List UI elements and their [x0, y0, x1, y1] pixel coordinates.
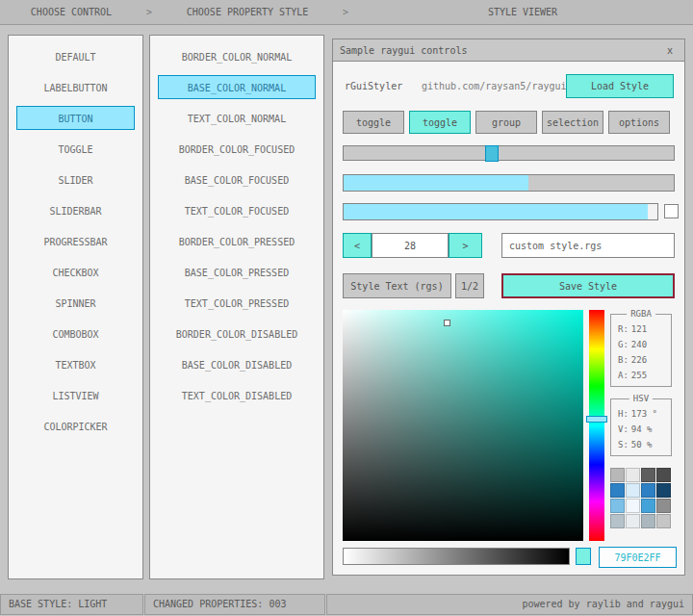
control-list-item-selected[interactable]: BUTTON: [16, 106, 135, 130]
sample-sliderbar[interactable]: [343, 203, 658, 220]
palette-swatch[interactable]: [641, 483, 655, 498]
toggle-button[interactable]: options: [608, 111, 670, 134]
rgba-title: RGBA: [627, 309, 655, 319]
window-title-bar[interactable]: Sample raygui controls x: [333, 39, 684, 62]
status-powered-by: powered by raylib and raygui: [326, 594, 693, 615]
property-list-item[interactable]: TEXT_COLOR_NORMAL: [158, 106, 316, 130]
v-value: 94 %: [631, 424, 653, 434]
property-list-item[interactable]: BASE_COLOR_DISABLED: [158, 352, 316, 376]
palette-swatch[interactable]: [626, 514, 640, 528]
property-list-item-selected[interactable]: BASE_COLOR_NORMAL: [158, 75, 316, 99]
property-list-item[interactable]: BORDER_COLOR_FOCUSED: [158, 137, 316, 161]
property-list-item[interactable]: TEXT_COLOR_FOCUSED: [158, 198, 316, 222]
b-value: 226: [631, 355, 647, 365]
palette-swatch[interactable]: [610, 483, 625, 498]
app-name-label: rGuiStyler: [345, 81, 402, 91]
control-list-item[interactable]: PROGRESSBAR: [16, 229, 135, 253]
property-list-item[interactable]: BORDER_COLOR_DISABLED: [158, 321, 316, 346]
toggle-button[interactable]: group: [475, 111, 537, 134]
s-label: S:: [618, 440, 629, 449]
control-list-item[interactable]: DEFAULT: [16, 44, 135, 68]
spinner-decrement-button[interactable]: <: [343, 233, 372, 258]
g-label: G:: [618, 340, 629, 349]
save-style-button[interactable]: Save Style: [501, 273, 675, 298]
control-list-item[interactable]: SLIDER: [16, 167, 135, 192]
palette-swatch[interactable]: [626, 499, 640, 513]
hex-color-input[interactable]: 79F0E2FF: [599, 547, 677, 568]
style-palette: [610, 468, 674, 528]
r-label: R:: [618, 324, 629, 334]
spinner-increment-button[interactable]: >: [449, 233, 482, 258]
b-label: B:: [618, 355, 629, 365]
hsv-groupbox: HSV H: 173 ° V: 94 % S: 50 %: [610, 398, 672, 456]
slider-handle[interactable]: [485, 145, 499, 162]
control-list-item[interactable]: TEXTBOX: [16, 352, 135, 376]
load-style-button[interactable]: Load Style: [566, 74, 674, 98]
top-toolbar: CHOOSE CONTROL > CHOOSE PROPERTY STYLE >…: [0, 0, 693, 25]
h-label: H:: [618, 409, 629, 419]
hsv-row: H: 173 °: [611, 406, 671, 422]
toggle-button[interactable]: selection: [542, 111, 603, 134]
property-list-item[interactable]: TEXT_COLOR_PRESSED: [158, 291, 316, 315]
toggle-button[interactable]: toggle: [343, 111, 404, 134]
control-list-item[interactable]: LISTVIEW: [16, 383, 135, 407]
rgba-row: A: 255: [611, 368, 671, 383]
a-label: A:: [618, 371, 629, 380]
palette-swatch[interactable]: [610, 499, 625, 513]
chevron-right-icon: >: [339, 7, 352, 17]
status-base-style: BASE STYLE: LIGHT: [0, 594, 143, 615]
control-list-item[interactable]: SPINNER: [16, 291, 135, 315]
controls-list: DEFAULT LABELBUTTON BUTTON TOGGLE SLIDER…: [8, 35, 143, 579]
palette-swatch[interactable]: [656, 483, 671, 498]
hsv-row: V: 94 %: [611, 422, 671, 437]
rguistyler-app: CHOOSE CONTROL > CHOOSE PROPERTY STYLE >…: [0, 0, 693, 616]
control-list-item[interactable]: COLORPICKER: [16, 414, 135, 438]
property-list-item[interactable]: BORDER_COLOR_PRESSED: [158, 229, 316, 253]
window-body: rGuiStyler github.com/raysan5/raygui Loa…: [333, 62, 684, 575]
control-list-item[interactable]: CHECKBOX: [16, 260, 135, 284]
sample-checkbox[interactable]: [664, 204, 679, 218]
sample-slider[interactable]: [343, 145, 675, 161]
palette-swatch[interactable]: [656, 499, 671, 513]
repo-link[interactable]: github.com/raysan5/raygui: [422, 81, 567, 91]
value-slider[interactable]: [343, 548, 570, 565]
current-color-swatch: [576, 548, 591, 565]
page-indicator-button[interactable]: 1/2: [455, 273, 484, 298]
property-list-item[interactable]: BASE_COLOR_FOCUSED: [158, 167, 316, 192]
hue-slider[interactable]: [589, 310, 604, 541]
spinner-value[interactable]: 28: [372, 233, 449, 258]
color-panel-cursor[interactable]: [444, 320, 450, 326]
property-list-item[interactable]: BASE_COLOR_PRESSED: [158, 260, 316, 284]
style-viewer-window: Sample raygui controls x rGuiStyler gith…: [332, 38, 685, 576]
r-value: 121: [631, 324, 647, 334]
palette-swatch[interactable]: [641, 468, 655, 482]
toggle-button-active[interactable]: toggle: [409, 111, 471, 134]
palette-swatch[interactable]: [626, 468, 640, 482]
style-text-button[interactable]: Style Text (rgs): [343, 273, 451, 298]
choose-property-header: CHOOSE PROPERTY STYLE: [156, 7, 339, 17]
palette-swatch[interactable]: [610, 468, 625, 482]
hsv-title: HSV: [629, 394, 653, 403]
property-list-item[interactable]: TEXT_COLOR_DISABLED: [158, 383, 316, 407]
control-list-item[interactable]: COMBOBOX: [16, 321, 135, 346]
palette-swatch[interactable]: [641, 514, 655, 528]
chevron-right-icon: >: [142, 7, 156, 17]
control-list-item[interactable]: SLIDERBAR: [16, 198, 135, 222]
close-icon[interactable]: x: [662, 45, 678, 56]
rgba-row: G: 240: [611, 337, 671, 352]
palette-swatch[interactable]: [656, 468, 671, 482]
filename-input[interactable]: [501, 233, 675, 258]
palette-swatch[interactable]: [656, 514, 671, 528]
control-list-item[interactable]: TOGGLE: [16, 137, 135, 161]
property-list-item[interactable]: BORDER_COLOR_NORMAL: [158, 44, 316, 68]
properties-list: BORDER_COLOR_NORMAL BASE_COLOR_NORMAL TE…: [149, 35, 324, 579]
hue-slider-handle[interactable]: [586, 416, 607, 423]
palette-swatch[interactable]: [641, 499, 655, 513]
palette-swatch[interactable]: [610, 514, 625, 528]
color-panel[interactable]: [343, 310, 583, 541]
control-list-item[interactable]: LABELBUTTON: [16, 75, 135, 99]
progress-fill: [344, 175, 528, 191]
palette-swatch[interactable]: [626, 483, 640, 498]
rgba-row: R: 121: [611, 321, 671, 337]
status-changed-properties: CHANGED PROPERTIES: 003: [144, 594, 325, 615]
